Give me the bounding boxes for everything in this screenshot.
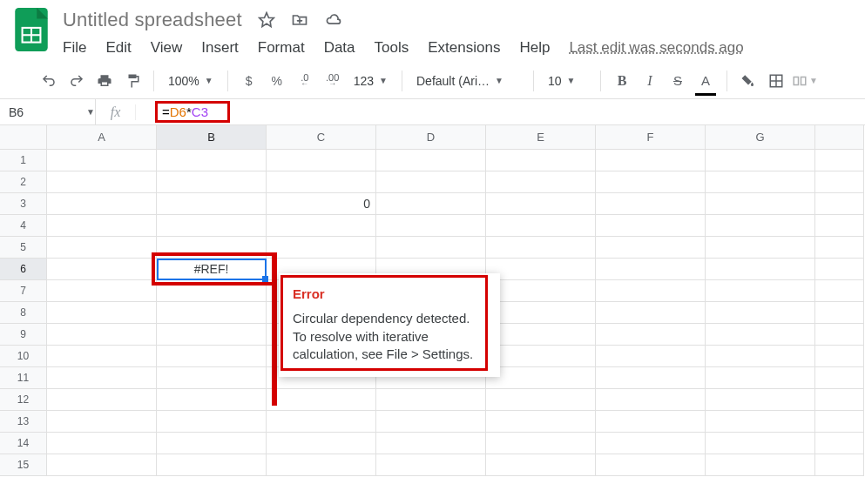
cell[interactable] (596, 237, 706, 259)
cell[interactable] (596, 193, 706, 215)
bold-button[interactable]: B (610, 69, 634, 93)
col-header[interactable]: A (47, 125, 157, 150)
last-edit-link[interactable]: Last edit was seconds ago (569, 39, 743, 57)
row-header[interactable]: 5 (0, 237, 47, 259)
menu-format[interactable]: Format (258, 39, 305, 57)
cell[interactable] (596, 454, 706, 476)
cell[interactable] (486, 324, 596, 346)
row-header[interactable]: 8 (0, 302, 47, 324)
cell[interactable] (47, 367, 157, 389)
cell[interactable] (486, 237, 596, 259)
row-header[interactable]: 14 (0, 433, 47, 454)
cell[interactable] (486, 150, 596, 171)
cell[interactable] (815, 193, 864, 215)
cell[interactable] (486, 367, 596, 389)
percent-button[interactable]: % (265, 69, 289, 93)
cell[interactable] (706, 346, 815, 367)
cell[interactable] (47, 259, 157, 280)
cell[interactable] (157, 215, 267, 237)
italic-button[interactable]: I (638, 69, 662, 93)
merge-cells-button[interactable]: ▼ (792, 69, 818, 93)
cell[interactable] (486, 346, 596, 367)
move-icon[interactable] (291, 11, 308, 29)
cell[interactable] (376, 215, 486, 237)
cell[interactable] (706, 433, 815, 454)
cell[interactable] (47, 237, 157, 259)
cell[interactable] (47, 171, 157, 193)
doc-title[interactable]: Untitled spreadsheet (63, 9, 242, 31)
cell[interactable] (157, 237, 267, 259)
cell[interactable] (157, 150, 267, 171)
cell[interactable] (47, 411, 157, 433)
col-header[interactable]: G (706, 125, 815, 150)
cell[interactable] (596, 171, 706, 193)
cell[interactable] (376, 389, 486, 411)
cell[interactable] (376, 150, 486, 171)
cell[interactable] (47, 433, 157, 454)
cell[interactable] (376, 454, 486, 476)
font-family-combo[interactable]: Default (Ari… ▼ (411, 69, 524, 93)
col-header[interactable]: B (157, 125, 267, 150)
cell[interactable] (157, 454, 267, 476)
row-header[interactable]: 15 (0, 454, 47, 476)
col-header[interactable]: E (486, 125, 596, 150)
cell[interactable] (267, 150, 376, 171)
cell[interactable] (157, 411, 267, 433)
cloud-status-icon[interactable] (324, 11, 343, 29)
cell-b6[interactable]: #REF! (157, 259, 267, 280)
col-header[interactable]: F (596, 125, 706, 150)
borders-button[interactable] (764, 69, 788, 93)
star-icon[interactable] (258, 11, 275, 29)
increase-decimal-button[interactable]: .00→ (321, 69, 345, 93)
cell[interactable] (157, 389, 267, 411)
cell[interactable] (596, 324, 706, 346)
menu-help[interactable]: Help (519, 39, 550, 57)
row-header[interactable]: 13 (0, 411, 47, 433)
row-header[interactable]: 1 (0, 150, 47, 171)
cell[interactable] (706, 259, 815, 280)
cell[interactable] (596, 411, 706, 433)
cell-c3[interactable]: 0 (267, 193, 376, 215)
cell[interactable] (815, 259, 864, 280)
cell[interactable] (706, 150, 815, 171)
cell[interactable] (706, 389, 815, 411)
undo-button[interactable] (37, 69, 61, 93)
cell[interactable] (815, 411, 864, 433)
cell[interactable] (486, 411, 596, 433)
cell[interactable] (47, 150, 157, 171)
paint-format-button[interactable] (120, 69, 145, 93)
text-color-button[interactable]: A (693, 69, 718, 93)
currency-button[interactable]: $ (237, 69, 261, 93)
cell[interactable] (486, 259, 596, 280)
zoom-combo[interactable]: 100% ▼ (163, 69, 219, 93)
cell[interactable] (47, 302, 157, 324)
strikethrough-button[interactable]: S (666, 69, 690, 93)
cell[interactable] (157, 324, 267, 346)
cell[interactable] (486, 433, 596, 454)
col-header[interactable] (815, 125, 864, 150)
cell[interactable] (267, 171, 376, 193)
cell[interactable] (47, 346, 157, 367)
cell[interactable] (267, 237, 376, 259)
cell[interactable] (267, 215, 376, 237)
decrease-decimal-button[interactable]: .0← (293, 69, 317, 93)
cell[interactable] (815, 454, 864, 476)
cell[interactable] (157, 433, 267, 454)
cell[interactable] (376, 411, 486, 433)
cell[interactable] (815, 280, 864, 302)
cell[interactable] (706, 193, 815, 215)
cell[interactable] (157, 171, 267, 193)
cell[interactable] (596, 259, 706, 280)
cell[interactable] (376, 171, 486, 193)
cell[interactable] (706, 171, 815, 193)
cell[interactable] (486, 171, 596, 193)
row-header[interactable]: 11 (0, 367, 47, 389)
cell[interactable] (157, 193, 267, 215)
cell[interactable] (706, 237, 815, 259)
cell[interactable] (47, 454, 157, 476)
cell[interactable] (815, 237, 864, 259)
cell[interactable] (47, 280, 157, 302)
menu-edit[interactable]: Edit (105, 39, 131, 57)
cell[interactable] (47, 193, 157, 215)
row-header[interactable]: 7 (0, 280, 47, 302)
